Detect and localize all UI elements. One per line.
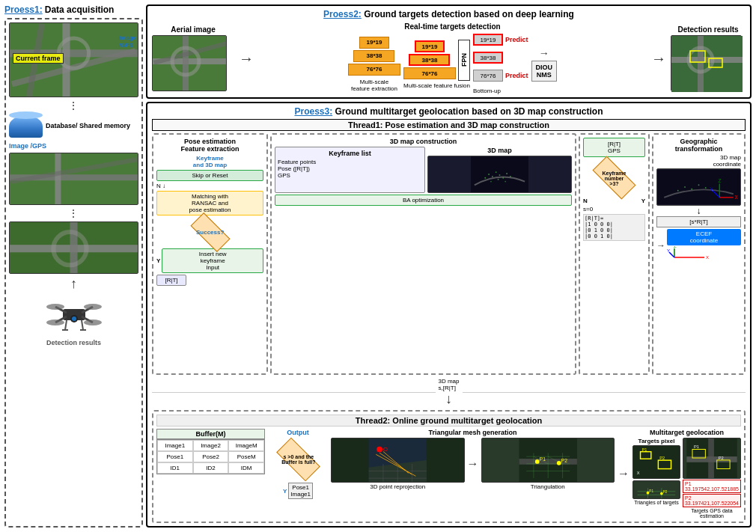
svg-point-24 [72, 317, 76, 321]
buffer-id1: ID1 [157, 462, 193, 474]
diou-area: → DIOUNMS [531, 47, 558, 82]
decision-diamond: s >0 and theBuffer is full? [276, 438, 320, 482]
3d-scene-img: O [331, 438, 465, 483]
triangulation-label: Triangulation [481, 483, 615, 490]
buffer-id2: ID2 [193, 462, 229, 474]
y-label-t2: Y [283, 488, 287, 495]
feature-points: Feature points [278, 159, 422, 165]
buffer-imageM: ImageM [228, 440, 264, 451]
predict-row3: 76*76 Predict [473, 70, 528, 82]
thread-separator: 3D maps,[R|T] ↓ [152, 378, 746, 407]
aerial-image-section: Aerial image [152, 25, 234, 91]
predict-row2: 38*38 [473, 52, 503, 64]
targets-pixel-img: P1 P2 X [632, 445, 680, 479]
svg-rect-52 [657, 170, 740, 204]
detection-results-label: Detection results [9, 339, 138, 346]
svg-text:Z: Z [718, 178, 721, 183]
svg-text:X: X [706, 255, 709, 260]
buffer-grid: Image1 Image2 ImageM Pose1 Pose2 PoseM I… [156, 439, 265, 474]
kf-number-text: Keyframenumber>3? [603, 170, 627, 186]
fpn-label: FPN [458, 40, 470, 81]
svg-point-49 [490, 181, 492, 183]
output-label: Output [287, 429, 309, 436]
image-gps-id-label: Image /GPS [9, 142, 138, 150]
insert-keyframe-area: Y Insert newkeyframeInput [156, 248, 263, 273]
predict-row1: 19*19 Predict [473, 34, 528, 46]
kf-diamond-area: Keyframenumber>3? [583, 159, 645, 196]
aerial-mini-img [152, 35, 227, 91]
pyramid-left: 19*19 38*38 76*76 Multi-scalefeature ext… [348, 37, 400, 92]
pose-est-title: Pose estimationFeature extraction [156, 138, 263, 153]
output-flow-area: Output s >0 and theBuffer is full? Y [268, 429, 328, 519]
targets-pixel-area: Targets pixel P1 P2 [632, 438, 680, 519]
s-zero: s=0 [583, 206, 645, 213]
ecef-coord-area: ECEFcoordinate X Z Y [667, 229, 741, 261]
diou-nms-box: DIOUNMS [531, 61, 558, 82]
keyframe-list-title: Keyframe list [278, 150, 422, 157]
buffer-idM: IDM [228, 462, 264, 474]
tri-arrow: → [467, 438, 479, 490]
p1-label-coord: P1 [685, 481, 692, 486]
svg-rect-31 [183, 36, 189, 91]
svg-point-76 [377, 447, 382, 453]
svg-point-50 [498, 179, 499, 180]
svg-point-22 [84, 319, 102, 325]
pose-rt: Pose ([R|T]) [278, 165, 422, 172]
svg-text:P2: P2 [663, 490, 668, 494]
separator-line [152, 392, 436, 393]
svg-text:P1: P1 [694, 444, 699, 449]
svg-text:O: O [383, 446, 388, 453]
gps-item: GPS [278, 172, 422, 179]
n-label2: N [583, 198, 588, 204]
block-38-left: 38*38 [353, 50, 394, 62]
arrow2: → [651, 50, 666, 67]
fpn-row: 19*19 38*38 76*76 FPN [403, 40, 470, 81]
3dmap-visual [427, 156, 572, 193]
block-38-mid: 38*38 [409, 54, 450, 66]
insert-keyframe-box: Insert newkeyframeInput [162, 248, 263, 273]
detect-block-38: 38*38 [473, 52, 503, 64]
image-gps-indicator1: Image/GPS [119, 34, 136, 49]
svg-point-41 [484, 177, 486, 179]
svg-point-53 [677, 190, 679, 192]
multi-content: Targets pixel P1 P2 [632, 438, 741, 519]
svg-rect-35 [671, 57, 743, 63]
svg-rect-114 [708, 438, 714, 478]
rt-matrix: [R|T]= |1 0 0 0| |0 1 0 0| |0 0 1 0| [583, 214, 645, 241]
triangulation-area: P1 P2 Triangulation [481, 438, 615, 490]
success-area: Success? [156, 217, 263, 247]
multi-scale-fusion-label: Multi-scale feature fusion [403, 82, 470, 89]
svg-text:Y: Y [710, 186, 713, 192]
block-19-left: 19*19 [359, 37, 389, 49]
svg-text:P2: P2 [561, 458, 567, 463]
triangulation-img: P1 P2 [481, 438, 615, 483]
ecef-box: ECEFcoordinate [667, 229, 741, 245]
svg-text:P1: P1 [539, 456, 546, 462]
process2-content: Aerial image → [152, 22, 746, 94]
multitarget-section: Multitarget geolocation Targets pixel [632, 429, 741, 519]
svg-rect-3 [62, 23, 70, 97]
multi-title: Multitarget geolocation [632, 429, 741, 436]
block-76-left: 76*76 [348, 64, 400, 76]
gps-estimate-label: Targets GPS data estimation [683, 508, 741, 519]
block-19-mid: 19*19 [415, 40, 445, 52]
multi-scale-extract-label: Multi-scalefeature extraction [351, 79, 397, 92]
triangular-title: Triangular mesh generation [331, 429, 615, 436]
bottom-up-label: Bottom-up [473, 88, 501, 94]
yn-labels: N Y [583, 198, 645, 204]
arrow1: → [239, 50, 254, 67]
left-panel: Proess1: Data acquisition Current frame … [4, 4, 143, 528]
triangles-targets-img: P1 P2 [632, 480, 680, 499]
svg-point-56 [698, 184, 700, 186]
map3d-title: 3D map construction [275, 138, 572, 145]
svg-point-42 [488, 174, 490, 175]
arrow-down-geo: ↓ [656, 206, 741, 216]
buffer-title: Buffer(M) [156, 429, 265, 439]
decision-text: s >0 and theBuffer is full? [281, 454, 314, 465]
y-pose-area: Y Pose1Image1 [283, 483, 313, 499]
kf-diamond: Keyframenumber>3? [593, 156, 636, 199]
geo-title: Geographic transformation [656, 138, 741, 153]
svg-text:P1: P1 [649, 489, 653, 493]
triangles-label: Triangles of targets [632, 500, 680, 505]
db-label: Database/ Shared memory [46, 122, 130, 131]
